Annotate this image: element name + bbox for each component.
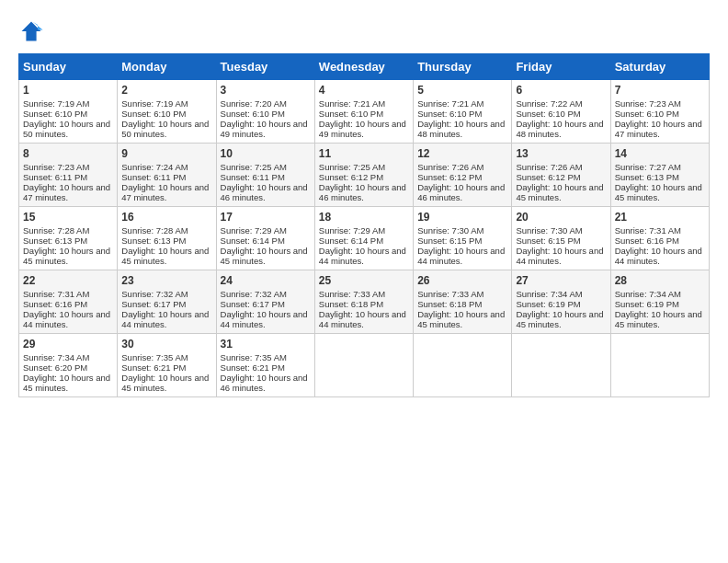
daylight-label: Daylight: 10 hours and 44 minutes. [417,246,505,266]
calendar-cell: 20 Sunrise: 7:30 AM Sunset: 6:15 PM Dayl… [512,207,610,270]
day-number: 23 [121,274,211,287]
sunrise-label: Sunrise: 7:23 AM [615,98,681,109]
sunset-label: Sunset: 6:20 PM [23,362,87,373]
calendar-cell: 31 Sunrise: 7:35 AM Sunset: 6:21 PM Dayl… [216,334,314,397]
week-row-4: 22 Sunrise: 7:31 AM Sunset: 6:16 PM Dayl… [19,270,710,334]
sunrise-label: Sunrise: 7:27 AM [615,162,681,172]
day-number: 30 [121,338,211,350]
calendar-cell: 8 Sunrise: 7:23 AM Sunset: 6:11 PM Dayli… [19,144,118,207]
daylight-label: Daylight: 10 hours and 45 minutes. [221,246,308,266]
sunrise-label: Sunrise: 7:29 AM [221,225,287,236]
calendar-cell: 1 Sunrise: 7:19 AM Sunset: 6:10 PM Dayli… [19,80,118,144]
sunrise-label: Sunrise: 7:28 AM [23,225,89,236]
sunrise-label: Sunrise: 7:25 AM [221,162,287,172]
sunset-label: Sunset: 6:12 PM [319,172,383,182]
sunrise-label: Sunrise: 7:21 AM [417,98,483,109]
day-number: 17 [221,211,311,224]
daylight-label: Daylight: 10 hours and 44 minutes. [516,246,603,266]
daylight-label: Daylight: 10 hours and 47 minutes. [615,119,702,139]
calendar-cell: 9 Sunrise: 7:24 AM Sunset: 6:11 PM Dayli… [118,144,216,207]
sunset-label: Sunset: 6:15 PM [417,236,482,246]
sunrise-label: Sunrise: 7:25 AM [319,162,385,172]
sunrise-label: Sunrise: 7:23 AM [23,162,89,172]
sunset-label: Sunset: 6:10 PM [221,109,285,119]
sunset-label: Sunset: 6:13 PM [121,236,186,246]
daylight-label: Daylight: 10 hours and 44 minutes. [319,246,406,266]
calendar-cell: 16 Sunrise: 7:28 AM Sunset: 6:13 PM Dayl… [118,207,216,270]
sunrise-label: Sunrise: 7:34 AM [23,352,89,362]
calendar-cell: 29 Sunrise: 7:34 AM Sunset: 6:20 PM Dayl… [19,334,118,397]
calendar-cell [314,334,413,397]
day-number: 28 [615,274,705,287]
sunrise-label: Sunrise: 7:33 AM [319,289,385,299]
daylight-label: Daylight: 10 hours and 44 minutes. [615,246,702,266]
daylight-label: Daylight: 10 hours and 45 minutes. [615,309,702,329]
sunrise-label: Sunrise: 7:31 AM [615,225,681,236]
week-row-3: 15 Sunrise: 7:28 AM Sunset: 6:13 PM Dayl… [19,207,710,270]
week-row-2: 8 Sunrise: 7:23 AM Sunset: 6:11 PM Dayli… [19,144,710,207]
sunrise-label: Sunrise: 7:20 AM [221,98,287,109]
calendar-cell: 27 Sunrise: 7:34 AM Sunset: 6:19 PM Dayl… [512,270,610,334]
calendar-cell [610,334,709,397]
daylight-label: Daylight: 10 hours and 48 minutes. [516,119,603,139]
sunset-label: Sunset: 6:10 PM [319,109,383,119]
daylight-label: Daylight: 10 hours and 49 minutes. [319,119,406,139]
daylight-label: Daylight: 10 hours and 45 minutes. [121,373,209,393]
daylight-label: Daylight: 10 hours and 47 minutes. [121,182,209,202]
day-number: 20 [516,211,606,224]
daylight-label: Daylight: 10 hours and 46 minutes. [319,182,406,202]
calendar-cell: 11 Sunrise: 7:25 AM Sunset: 6:12 PM Dayl… [314,144,413,207]
header-tuesday: Tuesday [216,54,314,80]
day-number: 27 [516,274,606,287]
day-number: 26 [417,274,507,287]
sunset-label: Sunset: 6:18 PM [417,299,482,309]
sunset-label: Sunset: 6:19 PM [615,299,679,309]
sunset-label: Sunset: 6:12 PM [516,172,580,182]
sunrise-label: Sunrise: 7:29 AM [319,225,385,236]
sunrise-label: Sunrise: 7:34 AM [615,289,681,299]
calendar-cell: 17 Sunrise: 7:29 AM Sunset: 6:14 PM Dayl… [216,207,314,270]
daylight-label: Daylight: 10 hours and 44 minutes. [23,309,110,329]
logo [18,18,48,44]
day-number: 3 [221,84,311,97]
day-number: 11 [319,147,409,160]
calendar-cell: 21 Sunrise: 7:31 AM Sunset: 6:16 PM Dayl… [610,207,709,270]
calendar-cell: 5 Sunrise: 7:21 AM Sunset: 6:10 PM Dayli… [414,80,512,144]
sunrise-label: Sunrise: 7:21 AM [319,98,385,109]
days-header-row: SundayMondayTuesdayWednesdayThursdayFrid… [19,54,710,80]
sunrise-label: Sunrise: 7:22 AM [516,98,582,109]
day-number: 19 [417,211,507,224]
day-number: 25 [319,274,409,287]
daylight-label: Daylight: 10 hours and 45 minutes. [121,246,209,266]
daylight-label: Daylight: 10 hours and 46 minutes. [221,373,308,393]
calendar-cell: 18 Sunrise: 7:29 AM Sunset: 6:14 PM Dayl… [314,207,413,270]
day-number: 21 [615,211,705,224]
day-number: 6 [516,84,606,97]
day-number: 4 [319,84,409,97]
sunset-label: Sunset: 6:11 PM [121,172,186,182]
calendar-cell: 4 Sunrise: 7:21 AM Sunset: 6:10 PM Dayli… [314,80,413,144]
sunset-label: Sunset: 6:16 PM [23,299,87,309]
calendar-cell: 22 Sunrise: 7:31 AM Sunset: 6:16 PM Dayl… [19,270,118,334]
sunrise-label: Sunrise: 7:32 AM [221,289,287,299]
sunset-label: Sunset: 6:17 PM [221,299,285,309]
sunrise-label: Sunrise: 7:19 AM [23,98,89,109]
calendar-cell: 19 Sunrise: 7:30 AM Sunset: 6:15 PM Dayl… [414,207,512,270]
sunset-label: Sunset: 6:16 PM [615,236,679,246]
sunset-label: Sunset: 6:13 PM [23,236,87,246]
daylight-label: Daylight: 10 hours and 44 minutes. [221,309,308,329]
daylight-label: Daylight: 10 hours and 48 minutes. [417,119,505,139]
sunrise-label: Sunrise: 7:35 AM [221,352,287,362]
sunset-label: Sunset: 6:11 PM [23,172,87,182]
day-number: 13 [516,147,606,160]
day-number: 14 [615,147,705,160]
week-row-5: 29 Sunrise: 7:34 AM Sunset: 6:20 PM Dayl… [19,334,710,397]
day-number: 1 [23,84,113,97]
header-thursday: Thursday [414,54,512,80]
day-number: 16 [121,211,211,224]
sunset-label: Sunset: 6:10 PM [615,109,679,119]
day-number: 18 [319,211,409,224]
calendar-cell [512,334,610,397]
page-header [18,18,710,44]
sunset-label: Sunset: 6:10 PM [516,109,580,119]
